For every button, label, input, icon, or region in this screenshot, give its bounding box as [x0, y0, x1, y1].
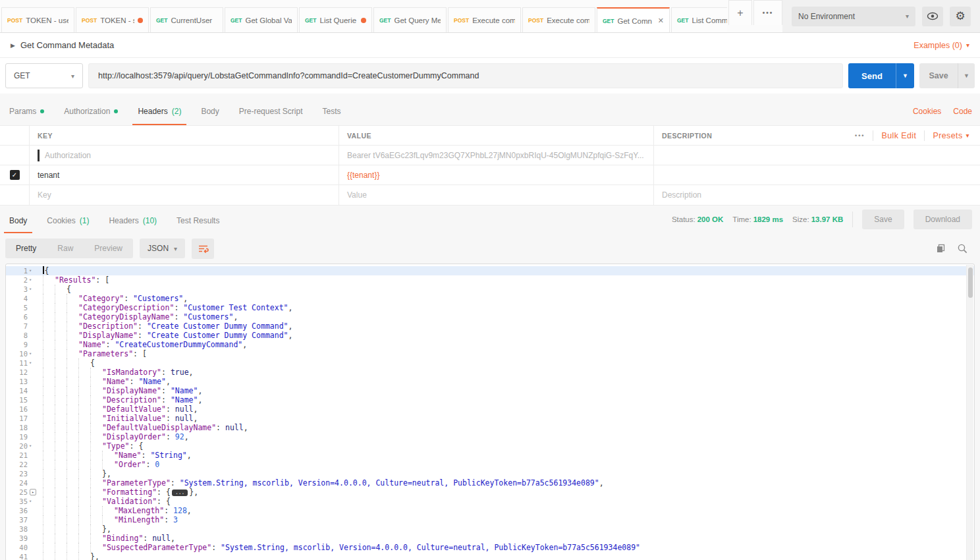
bulk-edit-link[interactable]: Bulk Edit [881, 131, 916, 140]
line-gutter[interactable]: 8 [6, 331, 38, 340]
save-options-arrow[interactable]: ▼ [958, 63, 975, 88]
line-gutter[interactable]: 39 [6, 534, 38, 543]
response-body-editor[interactable]: 1▾{2▾"Results": [3▾{4"Category": "Custom… [5, 264, 975, 560]
format-select[interactable]: JSON ▾ [140, 238, 185, 258]
fold-collapse-icon[interactable]: ▾ [29, 275, 36, 285]
examples-dropdown[interactable]: Examples (0) ▾ [913, 41, 969, 50]
line-gutter[interactable]: 41 [6, 552, 38, 560]
kv-description-cell[interactable]: Description [654, 185, 980, 205]
kv-value-cell[interactable]: Value [339, 185, 654, 205]
save-response-button[interactable]: Save [862, 210, 904, 229]
request-tab[interactable]: POSTTOKEN - s [76, 7, 149, 32]
line-gutter[interactable]: 16 [6, 405, 38, 414]
line-gutter[interactable]: 11▾ [6, 358, 38, 368]
request-tab[interactable]: GETGet Query Me [373, 7, 447, 32]
request-tab[interactable]: GETGet Comn✕ [597, 7, 670, 32]
response-tab-cookies[interactable]: Cookies(1) [45, 216, 90, 233]
view-mode-preview[interactable]: Preview [84, 238, 133, 258]
send-button[interactable]: Send ▼ [848, 63, 914, 88]
response-tab-headers[interactable]: Headers(10) [107, 216, 158, 233]
line-gutter[interactable]: 7 [6, 322, 38, 331]
cookies-link[interactable]: Cookies [913, 107, 941, 116]
line-gutter[interactable]: 1▾ [6, 266, 38, 275]
line-gutter[interactable]: 21 [6, 451, 38, 460]
scrollbar-thumb[interactable] [968, 267, 973, 298]
line-gutter[interactable]: 25▸ [6, 488, 38, 497]
checkbox-checked[interactable]: ✓ [10, 170, 20, 180]
line-gutter[interactable]: 3▾ [6, 285, 38, 294]
line-gutter[interactable]: 23 [6, 469, 38, 478]
fold-collapse-icon[interactable]: ▾ [29, 349, 36, 358]
line-gutter[interactable]: 9 [6, 340, 38, 349]
line-gutter[interactable]: 19 [6, 432, 38, 441]
line-gutter[interactable]: 18 [6, 423, 38, 432]
response-tab-test-results[interactable]: Test Results [175, 216, 221, 233]
save-request-button[interactable]: Save ▼ [919, 63, 975, 88]
request-tab[interactable]: GETList Querie [299, 7, 372, 32]
view-mode-pretty[interactable]: Pretty [5, 238, 47, 258]
fold-collapse-icon[interactable]: ▾ [29, 358, 36, 368]
send-options-arrow[interactable]: ▼ [896, 63, 914, 88]
kv-description-cell[interactable] [654, 165, 980, 184]
environment-select[interactable]: No Environment ▾ [792, 7, 915, 26]
close-tab-icon[interactable]: ✕ [658, 16, 664, 25]
line-gutter[interactable]: 22 [6, 460, 38, 469]
tab-pre-request-script[interactable]: Pre-request Script [238, 107, 304, 125]
kv-description-cell[interactable] [654, 146, 980, 165]
download-response-button[interactable]: Download [913, 210, 972, 229]
url-input[interactable]: http://localhost:3579/api/query/LobstaGe… [88, 63, 843, 88]
line-gutter[interactable]: 2▾ [6, 275, 38, 285]
line-gutter[interactable]: 17 [6, 414, 38, 423]
line-gutter[interactable]: 35▾ [6, 497, 38, 506]
kv-value-cell[interactable]: Bearer tV6aEGc23fLqv9m23GQ7XPhbL27jMN0px… [339, 146, 654, 165]
more-options-icon[interactable]: ••• [855, 132, 865, 139]
line-gutter[interactable]: 14 [6, 386, 38, 395]
line-gutter[interactable]: 13 [6, 377, 38, 386]
line-gutter[interactable]: 4 [6, 294, 38, 303]
line-gutter[interactable]: 37 [6, 515, 38, 524]
copy-response-button[interactable] [935, 243, 946, 254]
kv-key-cell[interactable]: Key [30, 185, 339, 205]
fold-collapse-icon[interactable]: ▾ [29, 441, 36, 451]
line-gutter[interactable]: 24 [6, 478, 38, 488]
wrap-lines-button[interactable] [192, 238, 214, 259]
search-response-button[interactable] [957, 243, 968, 254]
new-tab-button[interactable]: + [728, 0, 752, 25]
presets-dropdown[interactable]: Presets ▾ [933, 131, 969, 140]
view-mode-raw[interactable]: Raw [47, 238, 84, 258]
fold-collapse-icon[interactable]: ▾ [29, 497, 36, 506]
request-tab[interactable]: POSTExecute com [448, 7, 521, 32]
kv-key-cell[interactable]: Authorization [30, 146, 339, 165]
response-tab-body[interactable]: Body [8, 216, 28, 233]
line-gutter[interactable]: 6 [6, 312, 38, 322]
fold-collapse-icon[interactable]: ▾ [29, 285, 36, 294]
request-tab[interactable]: GETCurrentUser [150, 7, 223, 32]
environment-quicklook-button[interactable] [922, 7, 943, 26]
line-gutter[interactable]: 36 [6, 506, 38, 515]
line-gutter[interactable]: 12 [6, 368, 38, 377]
method-select[interactable]: GET ▾ [5, 63, 83, 88]
more-tabs-button[interactable]: ••• [753, 0, 782, 25]
tab-headers[interactable]: Headers(2) [136, 107, 182, 125]
collapse-caret-icon[interactable]: ▶ [11, 42, 15, 49]
tab-authorization[interactable]: Authorization [63, 107, 119, 125]
tab-body[interactable]: Body [200, 107, 220, 125]
line-gutter[interactable]: 5 [6, 303, 38, 312]
editor-scrollbar[interactable] [966, 265, 973, 560]
request-tab[interactable]: POSTTOKEN - user [1, 7, 74, 32]
code-link[interactable]: Code [953, 107, 972, 116]
line-gutter[interactable]: 38 [6, 524, 38, 534]
tab-tests[interactable]: Tests [321, 107, 342, 125]
settings-button[interactable]: ⚙ [950, 7, 971, 26]
line-gutter[interactable]: 15 [6, 395, 38, 405]
request-tab[interactable]: GETGet Global Var [225, 7, 298, 32]
kv-key-cell[interactable]: tenant [30, 165, 339, 184]
line-gutter[interactable]: 10▾ [6, 349, 38, 358]
tab-params[interactable]: Params [8, 107, 45, 125]
line-gutter[interactable]: 20▾ [6, 441, 38, 451]
request-tab[interactable]: GETList Commanc [671, 7, 727, 32]
fold-collapse-icon[interactable]: ▾ [29, 266, 36, 275]
fold-expand-icon[interactable]: ▸ [30, 489, 36, 495]
line-gutter[interactable]: 40 [6, 543, 38, 552]
request-tab[interactable]: POSTExecute com [522, 7, 595, 32]
